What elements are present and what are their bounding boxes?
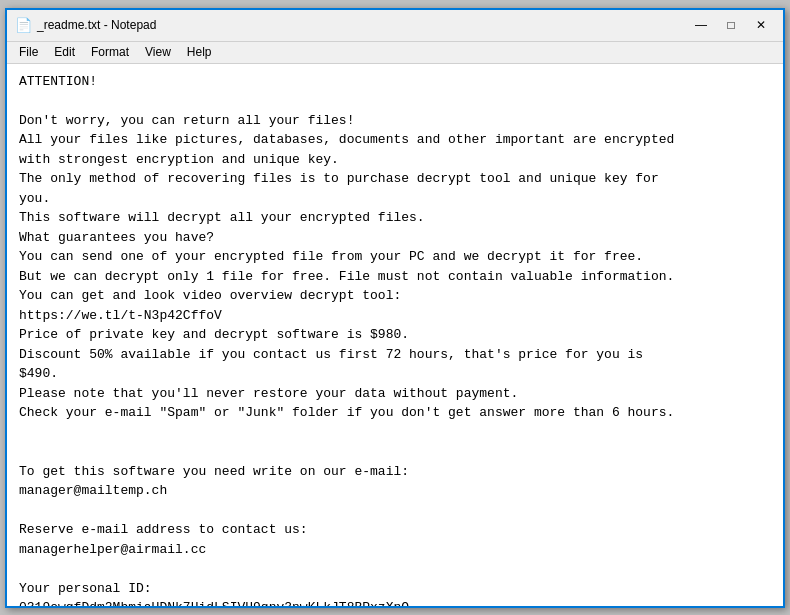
title-bar: 📄 _readme.txt - Notepad — □ ✕: [7, 10, 783, 42]
menu-view[interactable]: View: [137, 43, 179, 61]
app-icon: 📄: [15, 17, 31, 33]
menu-file[interactable]: File: [11, 43, 46, 61]
notepad-window: 📄 _readme.txt - Notepad — □ ✕ File Edit …: [5, 8, 785, 608]
window-controls: — □ ✕: [687, 14, 775, 36]
menu-edit[interactable]: Edit: [46, 43, 83, 61]
menu-bar: File Edit Format View Help: [7, 42, 783, 64]
menu-format[interactable]: Format: [83, 43, 137, 61]
document-text: ATTENTION! Don't worry, you can return a…: [19, 72, 771, 606]
text-content-area[interactable]: ATTENTION! Don't worry, you can return a…: [7, 64, 783, 606]
minimize-button[interactable]: —: [687, 14, 715, 36]
close-button[interactable]: ✕: [747, 14, 775, 36]
maximize-button[interactable]: □: [717, 14, 745, 36]
menu-help[interactable]: Help: [179, 43, 220, 61]
window-title: _readme.txt - Notepad: [37, 18, 156, 32]
title-bar-left: 📄 _readme.txt - Notepad: [15, 17, 156, 33]
